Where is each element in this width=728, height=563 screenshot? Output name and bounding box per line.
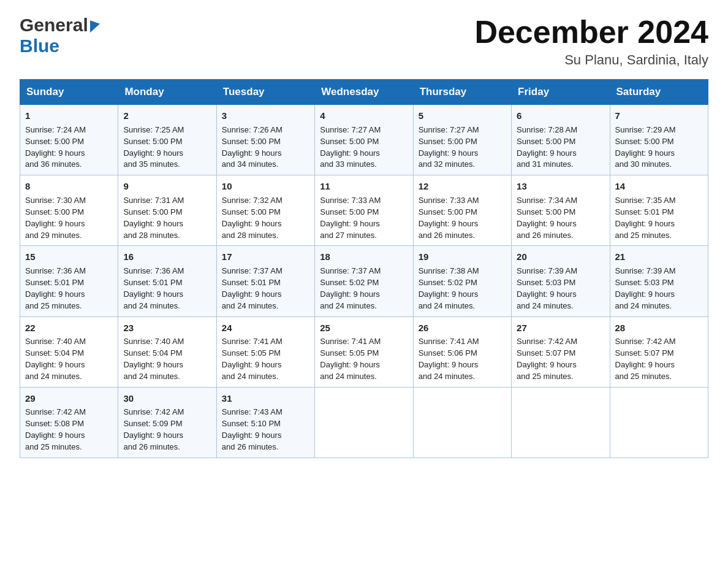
day-info: Sunrise: 7:39 AMSunset: 5:03 PMDaylight:… [615,266,676,310]
calendar-cell: 1Sunrise: 7:24 AMSunset: 5:00 PMDaylight… [20,105,118,175]
calendar-cell: 11Sunrise: 7:33 AMSunset: 5:00 PMDayligh… [315,175,413,246]
day-number: 21 [615,250,703,264]
day-number: 22 [25,321,113,335]
calendar-cell: 12Sunrise: 7:33 AMSunset: 5:00 PMDayligh… [413,175,511,246]
day-info: Sunrise: 7:40 AMSunset: 5:04 PMDaylight:… [123,337,184,381]
day-info: Sunrise: 7:35 AMSunset: 5:01 PMDaylight:… [615,196,676,240]
calendar-cell: 24Sunrise: 7:41 AMSunset: 5:05 PMDayligh… [216,316,314,387]
day-info: Sunrise: 7:24 AMSunset: 5:00 PMDaylight:… [25,125,86,169]
calendar-cell [512,387,610,458]
day-info: Sunrise: 7:41 AMSunset: 5:05 PMDaylight:… [320,337,381,381]
calendar-cell [315,387,413,458]
day-number: 1 [25,109,113,123]
day-number: 5 [419,109,506,123]
day-number: 2 [123,109,211,123]
calendar-cell: 6Sunrise: 7:28 AMSunset: 5:00 PMDaylight… [512,105,610,175]
day-info: Sunrise: 7:41 AMSunset: 5:06 PMDaylight:… [419,337,479,381]
calendar-week-5: 29Sunrise: 7:42 AMSunset: 5:08 PMDayligh… [20,387,708,458]
day-info: Sunrise: 7:42 AMSunset: 5:07 PMDaylight:… [517,337,577,381]
day-number: 16 [123,250,211,264]
calendar-cell: 25Sunrise: 7:41 AMSunset: 5:05 PMDayligh… [315,316,413,387]
day-number: 29 [25,392,113,405]
calendar-week-3: 15Sunrise: 7:36 AMSunset: 5:01 PMDayligh… [20,246,708,316]
day-header-monday: Monday [118,80,216,105]
day-info: Sunrise: 7:33 AMSunset: 5:00 PMDaylight:… [320,196,381,240]
calendar-cell: 18Sunrise: 7:37 AMSunset: 5:02 PMDayligh… [315,246,413,316]
calendar-cell: 20Sunrise: 7:39 AMSunset: 5:03 PMDayligh… [512,246,610,316]
calendar-cell: 9Sunrise: 7:31 AMSunset: 5:00 PMDaylight… [118,175,216,246]
calendar-cell: 14Sunrise: 7:35 AMSunset: 5:01 PMDayligh… [610,175,708,246]
calendar-week-1: 1Sunrise: 7:24 AMSunset: 5:00 PMDaylight… [20,105,708,175]
day-info: Sunrise: 7:30 AMSunset: 5:00 PMDaylight:… [25,196,86,240]
day-info: Sunrise: 7:29 AMSunset: 5:00 PMDaylight:… [615,125,676,169]
calendar-cell: 7Sunrise: 7:29 AMSunset: 5:00 PMDaylight… [610,105,708,175]
day-header-wednesday: Wednesday [315,80,413,105]
day-info: Sunrise: 7:32 AMSunset: 5:00 PMDaylight:… [222,196,282,240]
calendar-cell: 3Sunrise: 7:26 AMSunset: 5:00 PMDaylight… [216,105,314,175]
day-info: Sunrise: 7:36 AMSunset: 5:01 PMDaylight:… [123,266,184,310]
day-info: Sunrise: 7:39 AMSunset: 5:03 PMDaylight:… [517,266,577,310]
location-text: Su Planu, Sardinia, Italy [474,52,708,68]
calendar-cell: 21Sunrise: 7:39 AMSunset: 5:03 PMDayligh… [610,246,708,316]
calendar-cell: 23Sunrise: 7:40 AMSunset: 5:04 PMDayligh… [118,316,216,387]
day-info: Sunrise: 7:26 AMSunset: 5:00 PMDaylight:… [222,125,282,169]
day-header-tuesday: Tuesday [216,80,314,105]
day-info: Sunrise: 7:31 AMSunset: 5:00 PMDaylight:… [123,196,184,240]
day-info: Sunrise: 7:38 AMSunset: 5:02 PMDaylight:… [419,266,479,310]
calendar-week-2: 8Sunrise: 7:30 AMSunset: 5:00 PMDaylight… [20,175,708,246]
day-number: 17 [222,250,309,264]
calendar-cell: 10Sunrise: 7:32 AMSunset: 5:00 PMDayligh… [216,175,314,246]
calendar-cell: 29Sunrise: 7:42 AMSunset: 5:08 PMDayligh… [20,387,118,458]
day-number: 23 [123,321,211,335]
day-info: Sunrise: 7:27 AMSunset: 5:00 PMDaylight:… [320,125,381,169]
day-number: 30 [123,392,211,405]
day-info: Sunrise: 7:25 AMSunset: 5:00 PMDaylight:… [123,125,184,169]
day-number: 7 [615,109,703,123]
day-number: 27 [517,321,604,335]
day-number: 14 [615,180,703,193]
day-number: 24 [222,321,309,335]
calendar-cell: 15Sunrise: 7:36 AMSunset: 5:01 PMDayligh… [20,246,118,316]
logo: General Blue [20,15,100,56]
calendar-cell [413,387,511,458]
day-info: Sunrise: 7:42 AMSunset: 5:08 PMDaylight:… [25,407,86,451]
calendar-cell: 4Sunrise: 7:27 AMSunset: 5:00 PMDaylight… [315,105,413,175]
calendar-cell: 31Sunrise: 7:43 AMSunset: 5:10 PMDayligh… [216,387,314,458]
day-number: 18 [320,250,408,264]
logo-line1: General [20,15,100,36]
day-header-saturday: Saturday [610,80,708,105]
day-number: 15 [25,250,113,264]
day-info: Sunrise: 7:28 AMSunset: 5:00 PMDaylight:… [517,125,577,169]
calendar-cell: 26Sunrise: 7:41 AMSunset: 5:06 PMDayligh… [413,316,511,387]
day-number: 19 [419,250,506,264]
day-number: 9 [123,180,211,193]
calendar-cell: 22Sunrise: 7:40 AMSunset: 5:04 PMDayligh… [20,316,118,387]
day-number: 10 [222,180,309,193]
day-number: 12 [419,180,506,193]
calendar-cell: 5Sunrise: 7:27 AMSunset: 5:00 PMDaylight… [413,105,511,175]
day-info: Sunrise: 7:36 AMSunset: 5:01 PMDaylight:… [25,266,86,310]
calendar-body: 1Sunrise: 7:24 AMSunset: 5:00 PMDaylight… [20,105,708,458]
day-info: Sunrise: 7:42 AMSunset: 5:07 PMDaylight:… [615,337,676,381]
day-number: 26 [419,321,506,335]
day-info: Sunrise: 7:27 AMSunset: 5:00 PMDaylight:… [419,125,479,169]
day-number: 8 [25,180,113,193]
page-header: General Blue December 2024 Su Planu, Sar… [20,15,708,68]
calendar-cell: 28Sunrise: 7:42 AMSunset: 5:07 PMDayligh… [610,316,708,387]
logo-general-text: General [20,15,88,36]
day-info: Sunrise: 7:43 AMSunset: 5:10 PMDaylight:… [222,407,282,451]
day-info: Sunrise: 7:33 AMSunset: 5:00 PMDaylight:… [419,196,479,240]
calendar-cell: 30Sunrise: 7:42 AMSunset: 5:09 PMDayligh… [118,387,216,458]
day-info: Sunrise: 7:34 AMSunset: 5:00 PMDaylight:… [517,196,577,240]
days-header-row: SundayMondayTuesdayWednesdayThursdayFrid… [20,80,708,105]
logo-arrow-icon [90,18,100,33]
day-number: 31 [222,392,309,405]
day-info: Sunrise: 7:37 AMSunset: 5:01 PMDaylight:… [222,266,282,310]
month-title: December 2024 [474,15,708,50]
calendar-week-4: 22Sunrise: 7:40 AMSunset: 5:04 PMDayligh… [20,316,708,387]
day-number: 20 [517,250,604,264]
calendar-cell: 8Sunrise: 7:30 AMSunset: 5:00 PMDaylight… [20,175,118,246]
calendar-cell: 17Sunrise: 7:37 AMSunset: 5:01 PMDayligh… [216,246,314,316]
day-number: 4 [320,109,408,123]
calendar-header: SundayMondayTuesdayWednesdayThursdayFrid… [20,80,708,105]
